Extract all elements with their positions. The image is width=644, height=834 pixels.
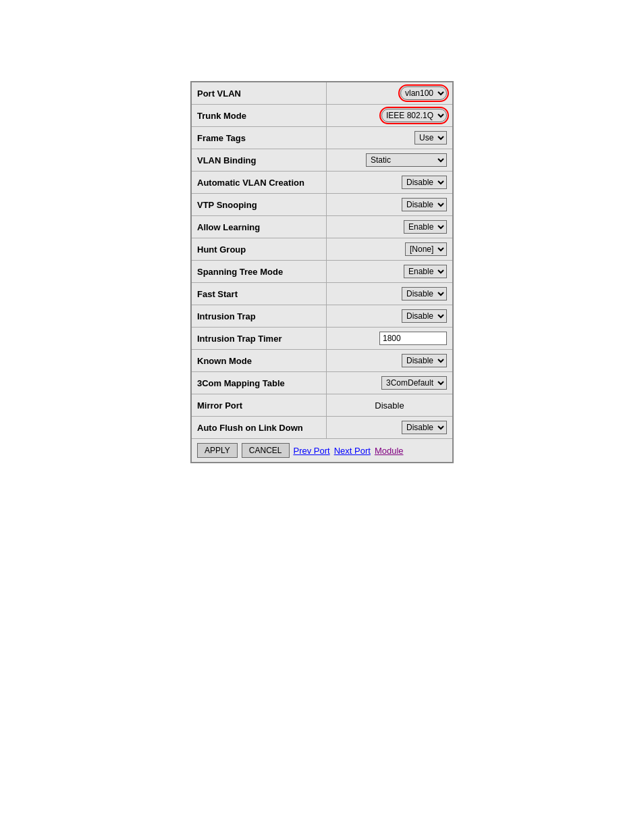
row-select[interactable]: Disable (402, 198, 447, 211)
table-row: VTP SnoopingDisable (192, 194, 452, 216)
row-label: Port VLAN (192, 82, 327, 104)
table-row: VLAN BindingStatic (192, 149, 452, 172)
row-label: Hunt Group (192, 238, 327, 260)
table-row: Mirror PortDisable (192, 394, 452, 417)
row-select[interactable]: vlan100 (400, 86, 447, 100)
settings-panel: Port VLANvlan100Trunk ModeIEEE 802.1QFra… (190, 81, 454, 463)
prev-port-link[interactable]: Prev Port (294, 446, 330, 456)
row-value: Disable (327, 398, 452, 413)
row-input[interactable] (379, 332, 447, 345)
table-row: Spanning Tree ModeEnable (192, 261, 452, 283)
row-select[interactable]: Use (414, 131, 447, 145)
table-row: Intrusion Trap Timer (192, 328, 452, 350)
row-value[interactable]: Disable (327, 307, 452, 325)
row-label: Known Mode (192, 350, 327, 371)
row-value[interactable]: vlan100 (327, 84, 452, 103)
table-row: Automatic VLAN CreationDisable (192, 172, 452, 194)
table-row: Frame TagsUse (192, 127, 452, 149)
row-select[interactable]: Disable (402, 421, 447, 434)
row-value[interactable]: [None] (327, 240, 452, 259)
row-value[interactable]: Enable (327, 262, 452, 281)
table-row: Hunt Group[None] (192, 238, 452, 261)
table-row: Trunk ModeIEEE 802.1Q (192, 105, 452, 127)
row-label: 3Com Mapping Table (192, 372, 327, 394)
row-label: Fast Start (192, 283, 327, 305)
row-value[interactable]: Disable (327, 173, 452, 192)
row-value[interactable]: Disable (327, 418, 452, 437)
row-select[interactable]: Disable (402, 309, 447, 323)
row-label: Intrusion Trap Timer (192, 328, 327, 349)
table-row: Auto Flush on Link DownDisable (192, 417, 452, 438)
row-value[interactable]: Disable (327, 284, 452, 303)
row-select[interactable]: Disable (402, 287, 447, 301)
row-value[interactable]: Enable (327, 217, 452, 236)
table-row: Port VLANvlan100 (192, 82, 452, 105)
row-label: Intrusion Trap (192, 305, 327, 327)
row-value[interactable]: 3ComDefault (327, 373, 452, 392)
row-label: VLAN Binding (192, 149, 327, 171)
table-row: 3Com Mapping Table3ComDefault (192, 372, 452, 394)
apply-button[interactable]: APPLY (197, 443, 238, 458)
row-label: Trunk Mode (192, 105, 327, 126)
row-value[interactable]: Use (327, 128, 452, 147)
row-label: Spanning Tree Mode (192, 261, 327, 282)
row-value[interactable]: Disable (327, 195, 452, 214)
row-value[interactable]: Disable (327, 351, 452, 370)
row-label: Mirror Port (192, 394, 327, 416)
row-select[interactable]: Enable (404, 265, 447, 278)
row-select[interactable]: IEEE 802.1Q (381, 109, 447, 122)
row-select[interactable]: Enable (404, 220, 447, 234)
table-row: Known ModeDisable (192, 350, 452, 372)
row-label: Automatic VLAN Creation (192, 172, 327, 193)
row-label: Allow Learning (192, 216, 327, 238)
module-link[interactable]: Module (375, 446, 404, 456)
table-row: Fast StartDisable (192, 283, 452, 305)
row-label: Auto Flush on Link Down (192, 417, 327, 438)
next-port-link[interactable]: Next Port (334, 446, 371, 456)
row-value[interactable] (327, 329, 452, 348)
row-label: Frame Tags (192, 127, 327, 149)
row-select[interactable]: Static (366, 153, 447, 167)
row-label: VTP Snooping (192, 194, 327, 215)
table-row: Intrusion TrapDisable (192, 305, 452, 328)
row-select[interactable]: [None] (405, 242, 447, 256)
row-select[interactable]: 3ComDefault (381, 376, 447, 390)
row-select[interactable]: Disable (402, 176, 447, 189)
row-value[interactable]: Static (327, 151, 452, 170)
footer: APPLY CANCEL Prev Port Next Port Module (192, 438, 452, 462)
cancel-button[interactable]: CANCEL (242, 443, 290, 458)
row-select[interactable]: Disable (402, 354, 447, 367)
row-value[interactable]: IEEE 802.1Q (327, 106, 452, 125)
table-row: Allow LearningEnable (192, 216, 452, 238)
row-static-value: Disable (375, 400, 404, 411)
